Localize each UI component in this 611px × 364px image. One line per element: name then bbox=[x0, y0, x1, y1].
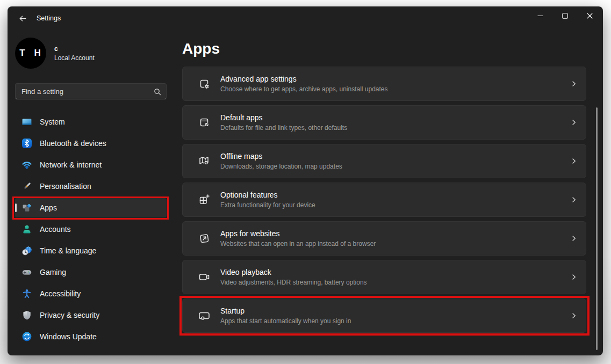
card-title: Apps for websites bbox=[220, 229, 561, 238]
advanced-app-settings-icon bbox=[198, 77, 211, 90]
card-apps-for-websites[interactable]: Apps for websites Websites that can open… bbox=[182, 221, 586, 256]
search-box bbox=[15, 83, 167, 99]
titlebar: Settings bbox=[8, 6, 603, 30]
accounts-icon bbox=[21, 224, 32, 235]
card-description: Websites that can open in an app instead… bbox=[220, 240, 561, 247]
default-apps-icon bbox=[198, 116, 211, 129]
card-title: Startup bbox=[220, 307, 561, 315]
card-text: Optional features Extra functionality fo… bbox=[220, 191, 561, 209]
sidebar-item-label: Windows Update bbox=[40, 332, 97, 341]
sidebar-item-personalisation[interactable]: Personalisation bbox=[15, 177, 167, 196]
back-arrow-icon bbox=[19, 14, 27, 23]
chevron-right-icon bbox=[571, 274, 577, 280]
chevron-right-icon bbox=[571, 119, 577, 126]
sidebar-item-bluetooth-devices[interactable]: Bluetooth & devices bbox=[15, 134, 167, 153]
card-text: Offline maps Downloads, storage location… bbox=[220, 152, 561, 170]
accessibility-icon bbox=[21, 288, 32, 299]
card-description: Defaults for file and link types, other … bbox=[220, 124, 561, 132]
scrollbar[interactable] bbox=[596, 107, 598, 350]
card-text: Startup Apps that start automatically wh… bbox=[220, 307, 561, 325]
sidebar-item-accounts[interactable]: Accounts bbox=[15, 220, 167, 239]
card-description: Downloads, storage location, map updates bbox=[220, 163, 561, 170]
sidebar-item-accessibility[interactable]: Accessibility bbox=[15, 284, 167, 303]
close-icon bbox=[587, 13, 593, 19]
sidebar-item-network-internet[interactable]: Network & internet bbox=[15, 155, 167, 174]
sidebar-item-label: Gaming bbox=[40, 268, 66, 276]
user-meta: c Local Account bbox=[54, 45, 95, 62]
sidebar-item-label: Privacy & security bbox=[40, 311, 99, 319]
network-internet-icon bbox=[21, 159, 32, 170]
apps-for-websites-icon bbox=[198, 232, 211, 245]
window-title: Settings bbox=[37, 14, 61, 22]
sidebar-item-label: Network & internet bbox=[40, 161, 102, 169]
sidebar-item-label: Apps bbox=[40, 203, 57, 212]
sidebar-item-label: Accounts bbox=[40, 225, 71, 234]
page-title: Apps bbox=[182, 40, 586, 58]
chevron-right-icon bbox=[571, 196, 577, 203]
sidebar-item-windows-update[interactable]: Windows Update bbox=[15, 327, 167, 346]
time-language-icon bbox=[21, 245, 32, 256]
personalisation-icon bbox=[21, 181, 32, 192]
card-title: Optional features bbox=[220, 191, 561, 199]
bluetooth-icon bbox=[21, 138, 32, 149]
card-description: Extra functionality for your device bbox=[220, 201, 561, 209]
selected-indicator bbox=[15, 203, 17, 212]
user-account-type: Local Account bbox=[54, 54, 95, 62]
card-text: Apps for websites Websites that can open… bbox=[220, 229, 561, 247]
sidebar-item-label: Accessibility bbox=[40, 289, 81, 298]
chevron-right-icon bbox=[571, 235, 577, 242]
settings-card-list: Advanced app settings Choose where to ge… bbox=[182, 67, 586, 333]
system-icon bbox=[21, 117, 32, 127]
card-description: Video adjustments, HDR streaming, batter… bbox=[220, 279, 561, 286]
sidebar: T H c Local Account System bbox=[8, 30, 182, 355]
minimize-button[interactable] bbox=[528, 6, 552, 25]
back-button[interactable] bbox=[13, 10, 32, 26]
chevron-right-icon bbox=[571, 158, 577, 164]
card-startup[interactable]: Startup Apps that start automatically wh… bbox=[182, 299, 586, 333]
chevron-right-icon bbox=[571, 81, 577, 87]
card-advanced-app-settings[interactable]: Advanced app settings Choose where to ge… bbox=[182, 67, 586, 101]
apps-icon bbox=[21, 202, 32, 213]
chevron-right-icon bbox=[571, 312, 577, 319]
sidebar-item-privacy-security[interactable]: Privacy & security bbox=[15, 305, 167, 325]
sidebar-nav: System Bluetooth & devices Network & int… bbox=[15, 112, 182, 346]
privacy-security-icon bbox=[21, 310, 32, 321]
card-text: Default apps Defaults for file and link … bbox=[220, 113, 561, 132]
close-button[interactable] bbox=[577, 6, 602, 25]
card-text: Video playback Video adjustments, HDR st… bbox=[220, 268, 561, 286]
sidebar-item-apps[interactable]: Apps bbox=[15, 198, 167, 217]
sidebar-item-label: System bbox=[40, 118, 65, 126]
video-playback-icon bbox=[198, 271, 211, 283]
card-default-apps[interactable]: Default apps Defaults for file and link … bbox=[182, 105, 586, 140]
card-video-playback[interactable]: Video playback Video adjustments, HDR st… bbox=[182, 260, 586, 294]
card-description: Choose where to get apps, archive apps, … bbox=[220, 85, 561, 93]
avatar: T H bbox=[15, 38, 46, 69]
gaming-icon bbox=[21, 267, 32, 278]
avatar-initials: T H bbox=[19, 48, 44, 59]
window-content: T H c Local Account System bbox=[8, 30, 603, 355]
card-title: Default apps bbox=[220, 113, 561, 122]
sidebar-item-system[interactable]: System bbox=[15, 112, 167, 132]
card-title: Offline maps bbox=[220, 152, 561, 161]
sidebar-item-time-language[interactable]: Time & language bbox=[15, 241, 167, 260]
card-title: Advanced app settings bbox=[220, 75, 561, 83]
window-controls bbox=[528, 6, 602, 25]
sidebar-item-label: Bluetooth & devices bbox=[40, 139, 106, 148]
sidebar-item-label: Time & language bbox=[40, 246, 96, 255]
minimize-icon bbox=[537, 13, 543, 19]
maximize-button[interactable] bbox=[552, 6, 577, 25]
card-description: Apps that start automatically when you s… bbox=[220, 317, 561, 325]
card-text: Advanced app settings Choose where to ge… bbox=[220, 75, 561, 93]
user-profile[interactable]: T H c Local Account bbox=[15, 38, 167, 69]
windows-update-icon bbox=[21, 331, 32, 342]
main-panel: Apps Advanced app settings Choose where … bbox=[182, 30, 603, 355]
settings-window: Settings T H c Local Account bbox=[8, 6, 603, 355]
card-offline-maps[interactable]: Offline maps Downloads, storage location… bbox=[182, 144, 586, 178]
card-optional-features[interactable]: Optional features Extra functionality fo… bbox=[182, 183, 586, 217]
sidebar-item-gaming[interactable]: Gaming bbox=[15, 263, 167, 282]
card-title: Video playback bbox=[220, 268, 561, 276]
startup-icon bbox=[198, 309, 211, 322]
search-input[interactable] bbox=[16, 84, 166, 99]
maximize-icon bbox=[562, 13, 568, 19]
search-icon bbox=[154, 88, 161, 98]
